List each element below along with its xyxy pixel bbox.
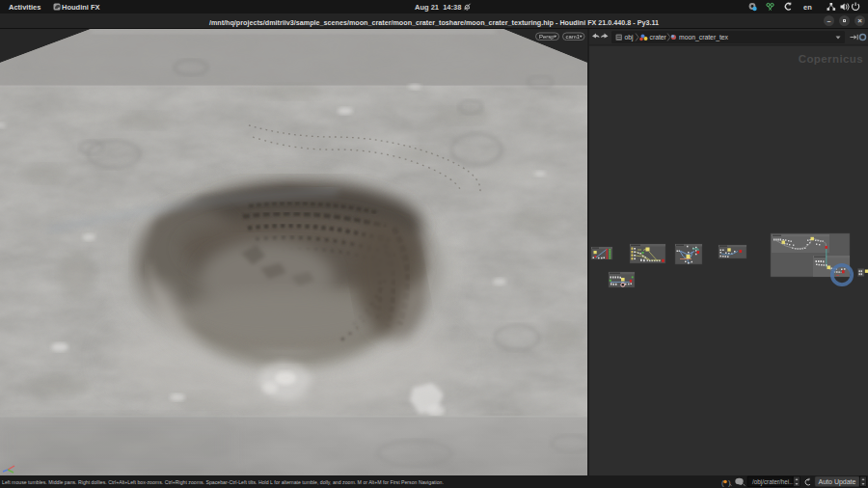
svg-text:/obj/crater/hei...: /obj/crater/hei... [752, 478, 795, 486]
svg-text:cam1: cam1 [566, 34, 581, 40]
svg-text:moon_crater_tex: moon_crater_tex [679, 34, 729, 41]
svg-text:Persp: Persp [539, 34, 555, 40]
svg-text:obj: obj [625, 34, 635, 41]
svg-text:Auto Update: Auto Update [819, 478, 856, 486]
svg-text:crater: crater [650, 34, 667, 41]
svg-text:Copernicus: Copernicus [799, 53, 863, 65]
